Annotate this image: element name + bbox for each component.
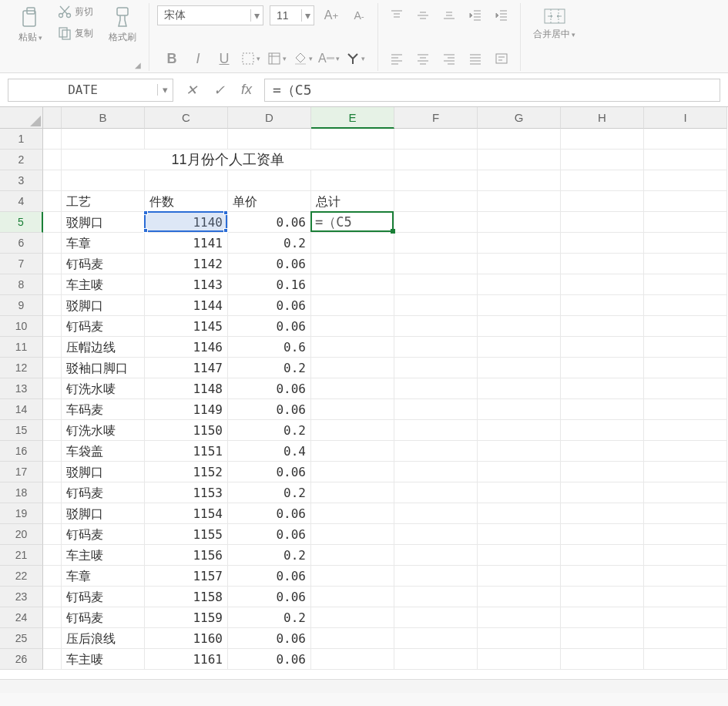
cell[interactable]: [394, 254, 478, 274]
cell[interactable]: [43, 482, 62, 503]
cell[interactable]: [43, 628, 62, 649]
cell[interactable]: [478, 420, 561, 441]
row-header-24[interactable]: 24: [0, 607, 43, 628]
cell[interactable]: 0.06: [228, 524, 311, 545]
clear-format-button[interactable]: [344, 48, 366, 69]
cell[interactable]: [311, 170, 394, 191]
cell[interactable]: [644, 545, 727, 566]
fill-color-button[interactable]: [292, 48, 314, 69]
cell[interactable]: 0.06: [228, 587, 311, 607]
cell[interactable]: [478, 628, 561, 649]
cell[interactable]: [311, 378, 394, 399]
cell[interactable]: 件数: [145, 191, 228, 212]
cell[interactable]: 1158: [145, 587, 228, 607]
cell[interactable]: 1148: [145, 378, 228, 399]
cell[interactable]: [644, 129, 727, 150]
cell[interactable]: 1140: [145, 212, 228, 233]
cell[interactable]: [311, 129, 394, 150]
cell[interactable]: [43, 462, 62, 482]
row-header-26[interactable]: 26: [0, 649, 43, 670]
cell[interactable]: [644, 607, 727, 628]
cell[interactable]: [478, 482, 561, 503]
cell[interactable]: 钉码麦: [62, 587, 145, 607]
cell[interactable]: [311, 607, 394, 628]
cell[interactable]: [644, 191, 727, 212]
cell[interactable]: [394, 649, 478, 670]
row-header-6[interactable]: 6: [0, 233, 43, 254]
cell[interactable]: 驳脚口: [62, 462, 145, 482]
cell[interactable]: 0.06: [228, 316, 311, 337]
cell[interactable]: [561, 545, 644, 566]
cell[interactable]: [478, 607, 561, 628]
row-header-11[interactable]: 11: [0, 337, 43, 358]
cell[interactable]: [43, 316, 62, 337]
cell[interactable]: [394, 503, 478, 524]
cell[interactable]: [311, 587, 394, 607]
cell[interactable]: [394, 441, 478, 462]
row-header-16[interactable]: 16: [0, 441, 43, 462]
cell[interactable]: [478, 441, 561, 462]
cell[interactable]: 钉码麦: [62, 316, 145, 337]
cell[interactable]: [478, 191, 561, 212]
cell[interactable]: [394, 607, 478, 628]
row-header-7[interactable]: 7: [0, 254, 43, 274]
cell[interactable]: [644, 462, 727, 482]
cell[interactable]: [561, 191, 644, 212]
cell[interactable]: [43, 295, 62, 316]
cell[interactable]: [478, 587, 561, 607]
cell[interactable]: [478, 378, 561, 399]
cell[interactable]: [561, 337, 644, 358]
cell[interactable]: 压后浪线: [62, 628, 145, 649]
cell[interactable]: [478, 399, 561, 420]
row-header-14[interactable]: 14: [0, 399, 43, 420]
cell[interactable]: [561, 316, 644, 337]
cell[interactable]: [478, 254, 561, 274]
cell[interactable]: 驳脚口: [62, 503, 145, 524]
cell[interactable]: [311, 482, 394, 503]
cell[interactable]: [394, 545, 478, 566]
cell[interactable]: 钉码麦: [62, 524, 145, 545]
cell[interactable]: [43, 503, 62, 524]
cell[interactable]: [644, 233, 727, 254]
cell[interactable]: [43, 607, 62, 628]
cell[interactable]: [311, 649, 394, 670]
cell[interactable]: 驳袖口脚口: [62, 358, 145, 378]
cell[interactable]: 车章: [62, 233, 145, 254]
fx-icon[interactable]: fx: [237, 80, 257, 100]
cell[interactable]: [478, 316, 561, 337]
row-header-12[interactable]: 12: [0, 358, 43, 378]
cell[interactable]: [561, 170, 644, 191]
paste-button[interactable]: 粘贴: [14, 5, 47, 45]
cell[interactable]: 0.06: [228, 212, 311, 233]
cell[interactable]: [62, 170, 145, 191]
cell[interactable]: 0.2: [228, 545, 311, 566]
col-header[interactable]: [43, 107, 62, 129]
cell[interactable]: 0.2: [228, 358, 311, 378]
cell[interactable]: [394, 628, 478, 649]
cell[interactable]: [311, 628, 394, 649]
cell[interactable]: 1144: [145, 295, 228, 316]
cell[interactable]: [644, 254, 727, 274]
cell[interactable]: 车主唛: [62, 649, 145, 670]
cell[interactable]: [561, 358, 644, 378]
cell[interactable]: [394, 170, 478, 191]
col-header-G[interactable]: G: [478, 107, 561, 129]
col-header-E[interactable]: E: [311, 107, 394, 129]
cell[interactable]: 车章: [62, 566, 145, 587]
increase-indent-icon[interactable]: [491, 5, 512, 26]
cell[interactable]: 驳脚口: [62, 295, 145, 316]
cell[interactable]: [644, 274, 727, 295]
cell[interactable]: [145, 129, 228, 150]
cell[interactable]: [394, 233, 478, 254]
increase-font-icon[interactable]: A+: [320, 5, 342, 26]
cell[interactable]: [478, 545, 561, 566]
cell[interactable]: [228, 170, 311, 191]
cell[interactable]: [644, 295, 727, 316]
cell[interactable]: [644, 587, 727, 607]
fill-style-button[interactable]: [266, 48, 287, 69]
cell[interactable]: [644, 170, 727, 191]
cell[interactable]: 钉码麦: [62, 607, 145, 628]
cell[interactable]: [43, 274, 62, 295]
col-header-B[interactable]: B: [62, 107, 145, 129]
col-header-F[interactable]: F: [394, 107, 478, 129]
